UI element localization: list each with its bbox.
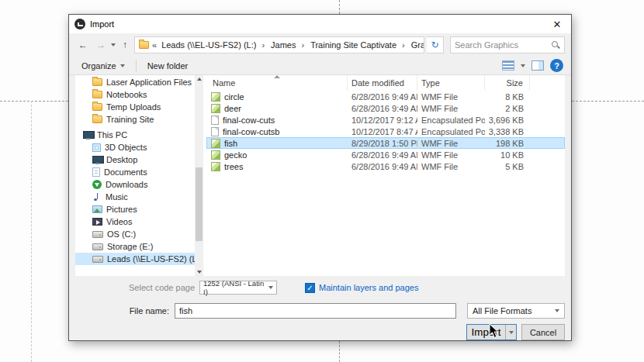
code-page-value: 1252 (ANSI - Latin I) — [203, 279, 266, 296]
sidebar-item[interactable]: Pictures — [75, 203, 195, 215]
file-type-cell: WMF File — [417, 162, 485, 171]
file-row[interactable]: gecko 6/28/2016 9:49 AM WMF File 10 KB — [206, 149, 565, 160]
sidebar-item[interactable]: OS (C:) — [75, 228, 195, 240]
new-folder-button[interactable]: New folder — [143, 60, 193, 72]
organize-button[interactable]: Organize — [77, 60, 130, 72]
sidebar-item[interactable]: Downloads — [75, 178, 195, 191]
cancel-button[interactable]: Cancel — [521, 324, 565, 340]
folder-icon — [92, 115, 102, 123]
file-size-cell: 2 KB — [485, 104, 530, 113]
file-row[interactable]: circle 6/28/2016 9:49 AM WMF File 8 KB — [206, 91, 565, 102]
videos-icon — [92, 218, 102, 226]
maintain-layers-label[interactable]: Maintain layers and pages — [319, 283, 418, 292]
downloads-icon — [92, 180, 102, 189]
forward-button[interactable]: → — [93, 37, 109, 53]
history-dropdown-icon[interactable] — [111, 43, 116, 47]
file-row[interactable]: final-cow-cutsb 10/12/2017 8:47 AM Encap… — [206, 126, 565, 137]
file-row[interactable]: trees 6/28/2016 9:49 AM WMF File 5 KB — [206, 160, 565, 172]
computer-icon — [83, 131, 93, 140]
file-type-cell: Encapsulated Post... — [417, 115, 485, 125]
sidebar-item[interactable]: Storage (E:) — [75, 240, 195, 253]
scrollbar-thumb[interactable] — [196, 167, 203, 241]
view-mode-dropdown-icon[interactable] — [521, 64, 525, 67]
breadcrumb-segment[interactable]: Leads (\\EL-US-FS2) (L:) — [160, 40, 266, 50]
new-folder-label: New folder — [147, 61, 189, 71]
explorer-body: Laser Application Files Notebooks Temp U… — [75, 75, 565, 276]
close-icon[interactable]: ✕ — [549, 19, 566, 30]
search-box[interactable] — [450, 36, 565, 53]
up-button[interactable]: ↑ — [118, 37, 132, 53]
file-row-selected[interactable]: fish 8/29/2018 1:50 PM WMF File 198 KB — [206, 137, 565, 149]
sidebar-item[interactable]: Temp Uploads — [75, 101, 195, 113]
file-row[interactable]: deer 6/28/2016 9:49 AM WMF File 2 KB — [206, 102, 565, 114]
maintain-layers-checkbox[interactable]: ✓ — [305, 283, 315, 293]
breadcrumb-segment[interactable]: Graphics — [410, 40, 424, 50]
search-input[interactable] — [455, 40, 551, 50]
file-type-cell: WMF File — [417, 150, 485, 160]
file-name-cell: final-cow-cutsb — [206, 127, 348, 136]
breadcrumb-overflow-icon[interactable]: « — [152, 40, 157, 50]
help-icon[interactable]: ? — [550, 59, 563, 72]
column-label: Date modified — [351, 78, 404, 88]
network-drive-icon — [92, 256, 103, 263]
sidebar-item[interactable]: Documents — [75, 166, 195, 178]
sidebar-item-current[interactable]: Leads (\\EL-US-FS2) (L:) — [75, 253, 195, 265]
file-name-cell: circle — [206, 92, 348, 102]
sidebar-item[interactable]: Music — [75, 191, 195, 203]
mouse-cursor — [489, 323, 499, 339]
chevron-down-icon — [120, 64, 125, 67]
sidebar-item-label: 3D Objects — [105, 143, 147, 152]
maintain-layers-option: ✓ Maintain layers and pages — [305, 283, 418, 293]
file-format-value: All File Formats — [473, 306, 531, 315]
folder-icon — [92, 91, 102, 98]
view-mode-icon[interactable] — [502, 60, 514, 71]
import-options-button[interactable] — [505, 325, 516, 340]
column-header-date-modified[interactable]: Date modified — [348, 75, 417, 91]
file-type-cell: WMF File — [417, 139, 485, 148]
column-header-type[interactable]: Type — [417, 75, 485, 91]
sidebar-item-this-pc[interactable]: This PC — [75, 129, 195, 141]
file-size-cell: 5 KB — [485, 162, 530, 171]
scrollbar-track[interactable] — [195, 83, 203, 271]
sidebar-item-label: Downloads — [106, 180, 147, 189]
column-header-name[interactable]: Name — [206, 75, 348, 91]
breadcrumb-segment[interactable]: James — [269, 40, 306, 50]
address-bar[interactable]: « Leads (\\EL-US-FS2) (L:) James Trainin… — [134, 36, 424, 53]
wmf-file-icon — [211, 162, 220, 171]
file-format-select[interactable]: All File Formats — [467, 303, 565, 319]
breadcrumb-segment[interactable]: Training Site Captivate — [309, 40, 407, 50]
refresh-button[interactable]: ↻ — [427, 36, 444, 53]
sidebar-item[interactable]: Desktop — [75, 153, 195, 166]
code-page-select[interactable]: 1252 (ANSI - Latin I) — [199, 281, 277, 295]
sidebar-scrollbar[interactable] — [195, 75, 203, 276]
wmf-file-icon — [211, 92, 220, 102]
preview-pane-icon[interactable] — [531, 60, 544, 71]
column-label: Size — [507, 78, 523, 88]
sidebar-item[interactable]: Training Site — [75, 113, 195, 126]
sidebar-item-label: OS (C:) — [107, 229, 136, 239]
sidebar-item-label: Videos — [106, 217, 132, 226]
sidebar-item[interactable]: Videos — [75, 215, 195, 228]
scroll-down-icon[interactable] — [197, 271, 202, 274]
import-button[interactable]: Import — [467, 325, 505, 340]
column-header-size[interactable]: Size — [485, 75, 530, 91]
back-button[interactable]: ← — [75, 37, 91, 53]
file-date-cell: 6/28/2016 9:49 AM — [348, 150, 417, 160]
guide-line — [0, 101, 68, 102]
file-name-input[interactable] — [175, 303, 456, 319]
sidebar-item-label: Pictures — [106, 205, 137, 214]
navigation-pane: Laser Application Files Notebooks Temp U… — [75, 75, 195, 276]
sidebar-item[interactable]: 3D Objects — [75, 141, 195, 153]
wmf-file-icon — [211, 139, 220, 148]
scroll-up-icon[interactable] — [197, 78, 202, 81]
title-bar[interactable]: Import ✕ — [69, 15, 571, 33]
file-date-cell: 6/28/2016 9:49 AM — [348, 104, 417, 113]
search-icon — [551, 40, 560, 50]
file-row[interactable]: final-cow-cuts 10/12/2017 9:12 AM Encaps… — [206, 114, 565, 126]
file-name-cell: gecko — [206, 150, 348, 160]
file-date-cell: 6/28/2016 9:49 AM — [348, 162, 417, 171]
column-headers: Name Date modified Type Size — [206, 75, 565, 91]
sidebar-item[interactable]: Laser Application Files — [75, 76, 195, 88]
sidebar-item[interactable]: Notebooks — [75, 88, 195, 101]
chevron-down-icon — [555, 309, 559, 312]
